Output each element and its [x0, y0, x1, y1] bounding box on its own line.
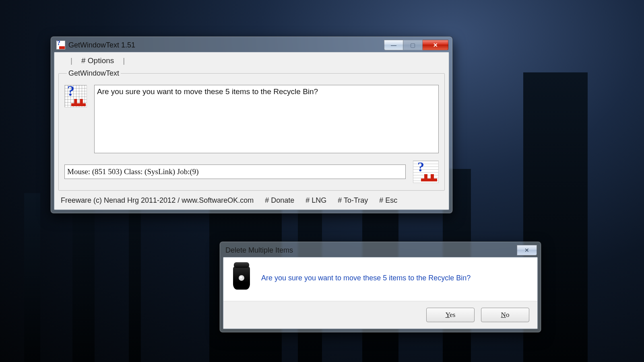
dialog-titlebar[interactable]: Delete Multiple Items ✕ — [223, 245, 538, 257]
menu-separator: | — [70, 56, 72, 65]
close-button[interactable]: ✕ — [423, 40, 448, 50]
dialog-body: Are you sure you want to move these 5 it… — [223, 257, 537, 301]
status-field[interactable] — [64, 165, 406, 179]
recycle-bin-icon — [233, 266, 250, 290]
maximize-button[interactable]: ▢ — [403, 40, 423, 50]
captured-text-area[interactable] — [94, 85, 439, 153]
menubar: | # Options | — [58, 55, 445, 69]
titlebar[interactable]: GetWindowText 1.51 — ▢ ✕ — [54, 40, 449, 52]
menu-separator: | — [123, 56, 125, 65]
footer-link-lng[interactable]: # LNG — [305, 196, 326, 205]
footer-credit: Freeware (c) Nenad Hrg 2011-2012 / www.S… — [61, 196, 254, 205]
dialog-message: Are you sure you want to move these 5 it… — [261, 274, 471, 282]
dialog-button-row: Yes No — [223, 301, 537, 329]
yes-button[interactable]: Yes — [426, 308, 475, 322]
app-icon — [64, 85, 87, 107]
dialog-close-button[interactable]: ✕ — [517, 245, 537, 255]
getwindowtext-window: GetWindowText 1.51 — ▢ ✕ | # Options | G… — [50, 36, 453, 214]
footer-link-donate[interactable]: # Donate — [265, 196, 294, 205]
dialog-caption-buttons: ✕ — [517, 245, 537, 255]
delete-confirm-dialog: Delete Multiple Items ✕ Are you sure you… — [219, 241, 541, 333]
minimize-button[interactable]: — — [384, 40, 403, 50]
window-title: GetWindowText 1.51 — [68, 41, 135, 49]
menu-options[interactable]: # Options — [81, 56, 114, 65]
footer-link-to-tray[interactable]: # To-Tray — [338, 196, 368, 205]
group-legend: GetWindowText — [67, 69, 121, 78]
dialog-title: Delete Multiple Items — [225, 246, 293, 255]
footer-bar: Freeware (c) Nenad Hrg 2011-2012 / www.S… — [58, 191, 445, 206]
no-button[interactable]: No — [481, 308, 529, 322]
footer-link-esc[interactable]: # Esc — [379, 196, 397, 205]
app-title-icon — [56, 41, 65, 49]
crosshair-grabber-icon[interactable] — [413, 160, 439, 183]
dialog-client: Are you sure you want to move these 5 it… — [223, 257, 538, 329]
getwindowtext-group: GetWindowText — [58, 69, 445, 191]
window-caption-buttons: — ▢ ✕ — [384, 40, 448, 50]
client-area: | # Options | GetWindowText Freeware (c)… — [54, 52, 449, 210]
